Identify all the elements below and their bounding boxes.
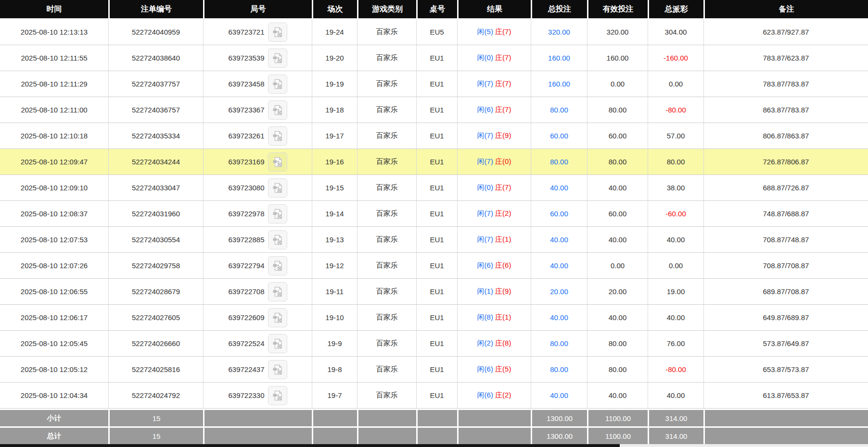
cell-payout: 38.00 — [648, 175, 703, 201]
cell-remark: 623.87/927.87 — [703, 19, 868, 45]
table-row[interactable]: 2025-08-10 12:09:47 522724034244 6397231… — [0, 149, 868, 175]
subtotal-valid-bet: 1100.00 — [587, 409, 648, 426]
result-banker: 庄(8) — [495, 339, 511, 347]
round-id-value: 639723721 — [228, 28, 264, 36]
cell-payout: -160.00 — [648, 45, 703, 71]
video-replay-icon — [271, 260, 284, 272]
table-row[interactable]: 2025-08-10 12:06:17 522724027605 6397226… — [0, 305, 868, 331]
cell-table-no: EU1 — [416, 253, 457, 279]
cell-session: 19-20 — [312, 45, 357, 71]
result-banker: 庄(7) — [495, 27, 511, 36]
grand-total-empty-cell — [703, 426, 868, 444]
cell-result: 闲(8) 庄(1) — [457, 305, 531, 331]
round-id-value: 639723080 — [228, 184, 264, 192]
cell-table-no: EU5 — [416, 19, 457, 45]
cell-round-id: 639722330 — [203, 383, 312, 409]
cell-result: 闲(7) 庄(7) — [457, 71, 531, 97]
result-banker: 庄(1) — [495, 235, 511, 243]
video-replay-button[interactable] — [268, 360, 287, 379]
subtotal-label: 小计 — [0, 409, 108, 426]
cell-table-no: EU1 — [416, 97, 457, 123]
round-id-value: 639722978 — [228, 210, 264, 218]
cell-game-type: 百家乐 — [357, 305, 416, 331]
round-id-value: 639722524 — [228, 339, 264, 348]
cell-game-type: 百家乐 — [357, 279, 416, 305]
cell-round-id: 639722794 — [203, 253, 312, 279]
table-row[interactable]: 2025-08-10 12:11:00 522724036757 6397233… — [0, 97, 868, 123]
table-row[interactable]: 2025-08-10 12:08:37 522724031960 6397229… — [0, 201, 868, 227]
video-replay-icon — [271, 104, 284, 116]
table-row[interactable]: 2025-08-10 12:05:12 522724025816 6397224… — [0, 357, 868, 383]
column-header-total_bet: 总投注 — [531, 0, 587, 19]
cell-total-bet: 80.00 — [531, 97, 587, 123]
table-row[interactable]: 2025-08-10 12:05:45 522724026660 6397225… — [0, 331, 868, 357]
table-row[interactable]: 2025-08-10 12:11:55 522724038640 6397235… — [0, 45, 868, 71]
cell-valid-bet: 0.00 — [587, 71, 648, 97]
cell-table-no: EU1 — [416, 357, 457, 383]
cell-bet-id: 522724034244 — [108, 149, 203, 175]
video-replay-button[interactable] — [268, 49, 287, 68]
cell-session: 19-9 — [312, 331, 357, 357]
cell-remark: 726.87/806.87 — [703, 149, 868, 175]
video-replay-button[interactable] — [268, 204, 287, 224]
cell-valid-bet: 80.00 — [587, 149, 648, 175]
cell-remark: 783.87/783.87 — [703, 71, 868, 97]
cell-total-bet: 20.00 — [531, 279, 587, 305]
result-banker: 庄(7) — [495, 53, 511, 62]
cell-session: 19-17 — [312, 123, 357, 149]
cell-payout: 40.00 — [648, 305, 703, 331]
result-player: 闲(6) — [477, 391, 493, 399]
column-header-valid_bet: 有效投注 — [587, 0, 648, 19]
cell-bet-id: 522724038640 — [108, 45, 203, 71]
cell-payout: 40.00 — [648, 383, 703, 409]
video-replay-button[interactable] — [268, 152, 287, 172]
cell-result: 闲(7) 庄(9) — [457, 123, 531, 149]
table-row[interactable]: 2025-08-10 12:07:53 522724030554 6397228… — [0, 227, 868, 253]
cell-round-id: 639723261 — [203, 123, 312, 149]
cell-game-type: 百家乐 — [357, 71, 416, 97]
result-player: 闲(7) — [477, 131, 493, 139]
table-row[interactable]: 2025-08-10 12:09:10 522724033047 6397230… — [0, 175, 868, 201]
grand-total-empty-cell — [357, 426, 416, 444]
table-row[interactable]: 2025-08-10 12:06:55 522724028679 6397227… — [0, 279, 868, 305]
table-row[interactable]: 2025-08-10 12:11:29 522724037757 6397234… — [0, 71, 868, 97]
cell-payout: -80.00 — [648, 97, 703, 123]
cell-total-bet: 40.00 — [531, 253, 587, 279]
table-row[interactable]: 2025-08-10 12:13:13 522724040959 6397237… — [0, 19, 868, 45]
cell-valid-bet: 40.00 — [587, 305, 648, 331]
video-replay-button[interactable] — [268, 74, 287, 94]
video-replay-button[interactable] — [268, 230, 287, 249]
video-replay-button[interactable] — [268, 178, 287, 198]
cell-valid-bet: 40.00 — [587, 175, 648, 201]
round-id-value: 639723261 — [228, 132, 264, 140]
video-replay-button[interactable] — [268, 386, 287, 405]
horizontal-scrollbar-track[interactable] — [0, 444, 868, 447]
horizontal-scrollbar-thumb[interactable] — [0, 444, 620, 447]
subtotal-empty-cell — [457, 409, 531, 426]
video-replay-button[interactable] — [268, 100, 287, 120]
table-row[interactable]: 2025-08-10 12:10:18 522724035334 6397232… — [0, 123, 868, 149]
cell-payout: 19.00 — [648, 279, 703, 305]
cell-valid-bet: 40.00 — [587, 383, 648, 409]
cell-table-no: EU1 — [416, 123, 457, 149]
table-row[interactable]: 2025-08-10 12:04:34 522724024792 6397223… — [0, 383, 868, 409]
column-header-session: 场次 — [312, 0, 357, 19]
video-replay-button[interactable] — [268, 308, 287, 327]
cell-valid-bet: 320.00 — [587, 19, 648, 45]
column-header-bet_id: 注单编号 — [108, 0, 203, 19]
result-player: 闲(7) — [477, 79, 493, 87]
cell-result: 闲(2) 庄(8) — [457, 331, 531, 357]
video-replay-button[interactable] — [268, 282, 287, 301]
video-replay-button[interactable] — [268, 23, 287, 42]
cell-total-bet: 40.00 — [531, 383, 587, 409]
cell-table-no: EU1 — [416, 201, 457, 227]
cell-bet-id: 522724040959 — [108, 19, 203, 45]
cell-game-type: 百家乐 — [357, 123, 416, 149]
table-row[interactable]: 2025-08-10 12:07:26 522724029758 6397227… — [0, 253, 868, 279]
cell-valid-bet: 20.00 — [587, 279, 648, 305]
video-replay-icon — [271, 182, 284, 194]
video-replay-button[interactable] — [268, 334, 287, 353]
video-replay-button[interactable] — [268, 256, 287, 275]
video-replay-button[interactable] — [268, 126, 287, 146]
cell-session: 19-14 — [312, 201, 357, 227]
